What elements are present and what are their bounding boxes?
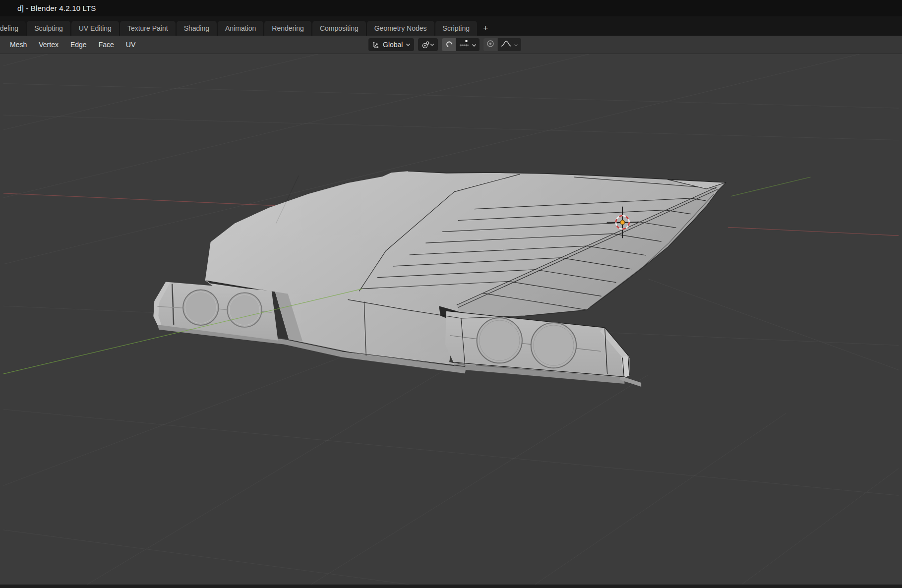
proportional-editing-toggle[interactable] — [483, 38, 497, 51]
pivot-point-icon — [421, 41, 430, 49]
menu-edge[interactable]: Edge — [64, 39, 93, 51]
tab-modeling[interactable]: odeling — [0, 21, 26, 36]
orientation-value: Global — [383, 41, 403, 49]
chevron-down-icon — [472, 40, 477, 49]
menu-uv[interactable]: UV — [120, 39, 141, 51]
tab-sculpting[interactable]: Sculpting — [27, 21, 70, 36]
title-bar: d] - Blender 4.2.10 LTS — [0, 0, 902, 16]
orientation-axes-icon — [372, 41, 380, 49]
window-title: d] - Blender 4.2.10 LTS — [17, 4, 96, 12]
proportional-falloff-dropdown[interactable] — [498, 38, 521, 51]
chevron-down-icon — [514, 40, 518, 49]
edit-mode-menus: Mesh Vertex Edge Face UV — [4, 39, 141, 51]
taillight-left — [477, 318, 522, 363]
tab-geometry-nodes[interactable]: Geometry Nodes — [367, 21, 434, 36]
pivot-point-dropdown[interactable] — [418, 38, 438, 51]
blender-window: d] - Blender 4.2.10 LTS odeling Sculptin… — [0, 0, 902, 588]
snap-mode-dropdown[interactable] — [456, 38, 480, 51]
object-origin-dot — [620, 220, 625, 225]
tab-animation[interactable]: Animation — [218, 21, 263, 36]
status-bar — [0, 585, 902, 588]
smooth-falloff-icon — [501, 40, 512, 50]
taillight-right — [531, 323, 576, 368]
plus-icon: + — [483, 23, 488, 34]
tab-shading[interactable]: Shading — [177, 21, 217, 36]
headlight-right — [227, 293, 261, 327]
proportional-circle-icon — [486, 40, 494, 50]
chevron-down-icon — [406, 43, 411, 47]
snapping-controls — [442, 38, 480, 51]
viewport-canvas — [0, 54, 902, 585]
proportional-editing-controls — [483, 38, 521, 51]
tab-rendering[interactable]: Rendering — [264, 21, 311, 36]
tab-compositing[interactable]: Compositing — [312, 21, 366, 36]
workspace-tab-bar: odeling Sculpting UV Editing Texture Pai… — [0, 16, 902, 36]
menu-face[interactable]: Face — [93, 39, 120, 51]
transform-orientation-dropdown[interactable]: Global — [368, 38, 414, 51]
header-center-controls: Global — [368, 38, 521, 51]
tab-scripting[interactable]: Scripting — [435, 21, 477, 36]
menu-vertex[interactable]: Vertex — [33, 39, 64, 51]
tab-uv-editing[interactable]: UV Editing — [71, 21, 119, 36]
add-workspace-button[interactable]: + — [478, 21, 493, 36]
chevron-down-icon — [430, 43, 434, 47]
increment-snap-icon — [459, 40, 469, 50]
snap-toggle-button[interactable] — [442, 38, 456, 51]
headlight-left — [183, 290, 218, 325]
menu-mesh[interactable]: Mesh — [4, 39, 33, 51]
tab-texture-paint[interactable]: Texture Paint — [120, 21, 176, 36]
viewport-3d[interactable] — [0, 54, 902, 585]
magnet-icon — [445, 40, 453, 50]
viewport-header: Mesh Vertex Edge Face UV Global — [0, 36, 902, 54]
